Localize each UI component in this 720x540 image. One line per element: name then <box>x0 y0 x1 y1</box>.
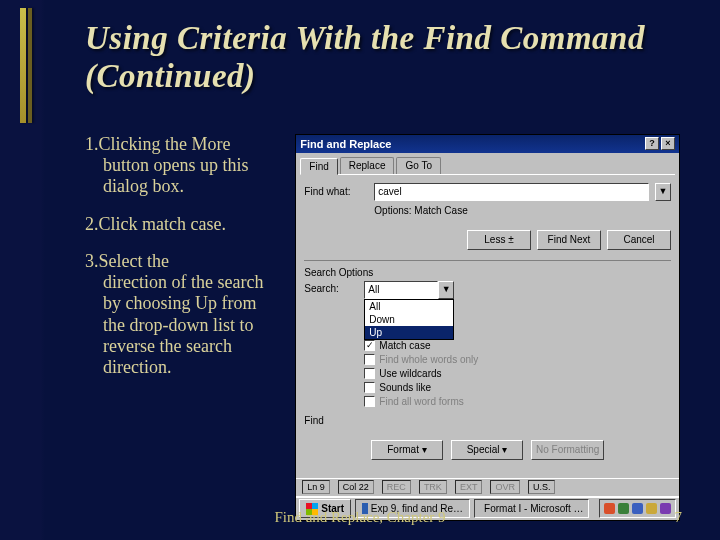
whole-words-checkbox[interactable] <box>364 354 375 365</box>
step-1: 1.Clicking the More button opens up this… <box>85 134 277 198</box>
search-direction-drop-icon[interactable]: ▼ <box>438 281 454 299</box>
tab-find[interactable]: Find <box>300 158 337 175</box>
status-rec: REC <box>382 480 411 494</box>
options-line: Options: Match Case <box>374 205 671 216</box>
footer-chapter: Find and Replace, Chapter 9 <box>274 509 445 526</box>
format-button[interactable]: Format ▾ <box>371 440 443 460</box>
match-case-label: Match case <box>379 340 430 351</box>
word-status-bar: Ln 9 Col 22 REC TRK EXT OVR U.S. <box>296 478 679 496</box>
status-lang: U.S. <box>528 480 556 494</box>
step-2: 2.Click match case. <box>85 214 277 235</box>
tab-goto[interactable]: Go To <box>396 157 441 174</box>
match-case-checkbox[interactable]: ✓ <box>364 340 375 351</box>
dialog-titlebar: Find and Replace ? × <box>296 135 679 153</box>
status-trk: TRK <box>419 480 447 494</box>
step-3: 3.Select the direction of the search by … <box>85 251 277 378</box>
slide-title: Using Criteria With the Find Command (Co… <box>85 20 680 96</box>
dialog-title: Find and Replace <box>300 138 391 150</box>
wildcards-label: Use wildcards <box>379 368 441 379</box>
find-what-label: Find what: <box>304 186 368 197</box>
cancel-button[interactable]: Cancel <box>607 230 671 250</box>
close-button[interactable]: × <box>661 137 675 150</box>
search-direction-combo[interactable]: All ▼ All Down Up <box>364 281 454 299</box>
find-what-input[interactable]: cavel <box>374 183 649 201</box>
find-replace-screenshot: Find and Replace ? × Find Replace Go To … <box>295 134 680 521</box>
status-col: Col 22 <box>338 480 374 494</box>
status-ext: EXT <box>455 480 483 494</box>
wildcards-checkbox[interactable] <box>364 368 375 379</box>
sounds-like-label: Sounds like <box>379 382 431 393</box>
special-button[interactable]: Special ▾ <box>451 440 523 460</box>
status-ln: Ln 9 <box>302 480 330 494</box>
search-label: Search: <box>304 281 358 294</box>
whole-words-label: Find whole words only <box>379 354 478 365</box>
find-next-button[interactable]: Find Next <box>537 230 601 250</box>
no-formatting-button[interactable]: No Formatting <box>531 440 604 460</box>
find-what-dropdown[interactable]: ▼ <box>655 183 671 201</box>
status-ovr: OVR <box>490 480 520 494</box>
dialog-tabs: Find Replace Go To <box>296 153 679 174</box>
footer-page: 7 <box>675 509 683 526</box>
search-options-title: Search Options <box>304 267 671 278</box>
steps-list: 1.Clicking the More button opens up this… <box>85 134 277 521</box>
search-option-down[interactable]: Down <box>365 313 453 326</box>
sounds-like-checkbox[interactable] <box>364 382 375 393</box>
search-option-up[interactable]: Up <box>365 326 453 339</box>
search-direction-value[interactable]: All <box>364 281 438 299</box>
search-direction-list: All Down Up <box>364 299 454 340</box>
find-group-title: Find <box>304 415 671 426</box>
help-button[interactable]: ? <box>645 137 659 150</box>
word-forms-label: Find all word forms <box>379 396 463 407</box>
less-button[interactable]: Less ± <box>467 230 531 250</box>
tab-replace[interactable]: Replace <box>340 157 395 174</box>
word-forms-checkbox[interactable] <box>364 396 375 407</box>
search-option-all[interactable]: All <box>365 300 453 313</box>
